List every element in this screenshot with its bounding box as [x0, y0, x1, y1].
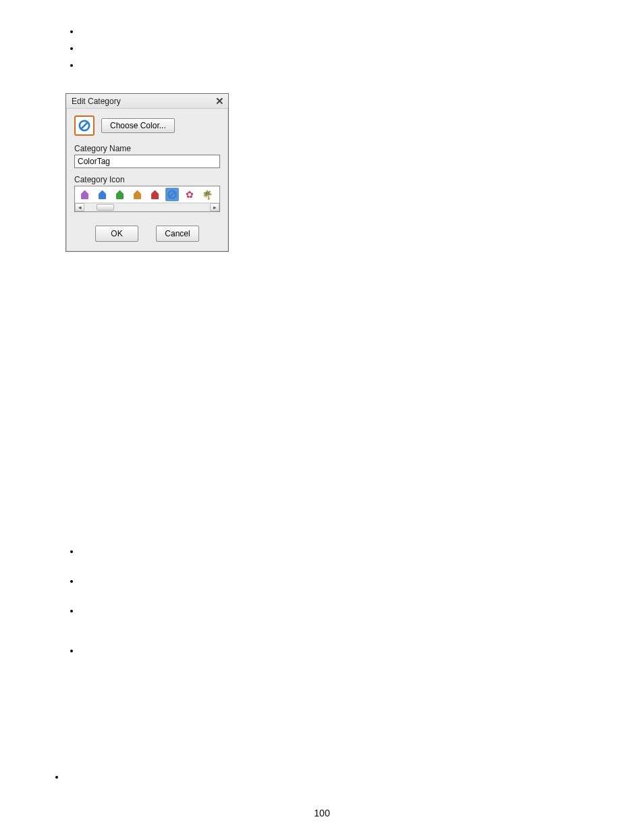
- slash-circle-icon: [167, 189, 178, 200]
- icon-strip-scrollbar: ◂ ▸: [75, 203, 219, 211]
- doc-bullet-group-1: [70, 30, 73, 81]
- doc-bullet: [55, 776, 58, 779]
- dialog-title: Edit Category: [72, 97, 121, 106]
- palm-icon: 🌴: [202, 190, 213, 199]
- page-number: 100: [0, 808, 644, 818]
- tag-icon: [151, 190, 159, 199]
- doc-bullet: [70, 550, 73, 553]
- category-icon-strip: ✿🌴 ◂ ▸: [74, 186, 220, 212]
- category-icon-option-3[interactable]: [130, 188, 144, 201]
- category-color-preview-icon: [74, 115, 95, 136]
- doc-bullet: [70, 47, 73, 50]
- doc-bullet: [70, 650, 73, 652]
- tag-icon: [99, 190, 106, 199]
- category-icon-option-2[interactable]: [113, 188, 126, 201]
- category-icon-label: Category Icon: [74, 175, 220, 184]
- doc-bullet: [70, 610, 73, 613]
- doc-bullet: [70, 64, 73, 67]
- category-icon-option-0[interactable]: [78, 188, 91, 201]
- scroll-right-arrow[interactable]: ▸: [210, 203, 219, 211]
- category-name-label: Category Name: [74, 144, 220, 153]
- scroll-left-arrow[interactable]: ◂: [75, 203, 84, 211]
- category-icon-section: Category Icon ✿🌴 ◂ ▸: [74, 175, 220, 212]
- tag-icon: [116, 190, 124, 199]
- edit-category-dialog: Edit Category ✕ Choose Color... Category…: [65, 93, 229, 252]
- category-icon-option-5[interactable]: [165, 188, 179, 201]
- category-icon-option-1[interactable]: [95, 188, 109, 201]
- svg-line-1: [82, 123, 88, 129]
- close-icon[interactable]: ✕: [215, 96, 224, 106]
- dialog-titlebar: Edit Category ✕: [66, 94, 228, 109]
- flower-icon: ✿: [186, 190, 194, 199]
- category-icon-option-4[interactable]: [148, 188, 161, 201]
- category-name-input[interactable]: [74, 155, 220, 168]
- color-preview-row: Choose Color...: [74, 115, 220, 136]
- dialog-body: Choose Color... Category Name Category I…: [66, 109, 228, 251]
- tag-icon: [134, 190, 141, 199]
- category-icon-option-7[interactable]: 🌴: [200, 188, 214, 201]
- tag-icon: [81, 190, 88, 199]
- scroll-thumb[interactable]: [97, 204, 114, 211]
- svg-line-3: [169, 192, 175, 197]
- cancel-button[interactable]: Cancel: [156, 226, 199, 242]
- doc-bullet: [70, 580, 73, 583]
- doc-bullet-group-2: [70, 550, 73, 667]
- choose-color-button[interactable]: Choose Color...: [101, 118, 175, 133]
- doc-bullet: [70, 30, 73, 33]
- dialog-button-row: OK Cancel: [74, 226, 220, 242]
- doc-bullet-group-3: [55, 776, 58, 793]
- scroll-track[interactable]: [84, 203, 210, 211]
- category-icon-option-6[interactable]: ✿: [183, 188, 196, 201]
- ok-button[interactable]: OK: [95, 226, 138, 242]
